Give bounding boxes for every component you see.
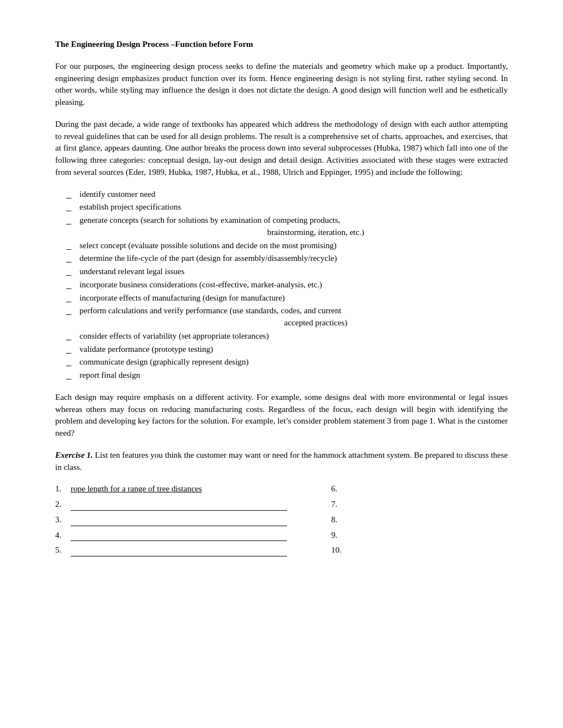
rope-length-text: rope length for a range of tree distance… [71, 483, 202, 495]
table-row: 4.9. [55, 529, 508, 542]
table-row: 1.rope length for a range of tree distan… [55, 483, 508, 495]
bullet-icon: _ [66, 356, 77, 368]
list-item-text: incorporate business considerations (cos… [79, 279, 508, 291]
list-item: _generate concepts (search for solutions… [55, 215, 508, 239]
bullet-icon: _ [66, 370, 77, 382]
list-item: 4. [55, 529, 287, 542]
right-item-number: 8. [331, 514, 347, 526]
item-number: 2. [55, 499, 71, 511]
bullet-icon: _ [66, 253, 77, 265]
list-item: 5. [55, 544, 287, 556]
numbered-list: 1.rope length for a range of tree distan… [55, 483, 508, 556]
exercise-paragraph: Exercise 1. List ten features you think … [55, 449, 508, 474]
list-item-text: consider effects of variability (set app… [79, 330, 508, 342]
bullet-icon: _ [66, 305, 77, 317]
list-item: _determine the life-cycle of the part (d… [55, 253, 508, 265]
list-item-text: identify customer need [79, 189, 508, 201]
table-row: 3.8. [55, 514, 508, 526]
list-item-text: establish project specifications [79, 201, 508, 213]
item-number: 4. [55, 529, 71, 542]
list-item-right: 6. [287, 483, 347, 495]
list-item-text: incorporate effects of manufacturing (de… [79, 292, 508, 304]
fill-line [71, 516, 287, 526]
bullet-list: _identify customer need_establish projec… [55, 189, 508, 382]
fill-line [71, 547, 287, 556]
exercise-text: List ten features you think the customer… [55, 451, 508, 472]
list-item-text: select concept (evaluate possible soluti… [79, 240, 508, 252]
list-item: _incorporate business considerations (co… [55, 279, 508, 291]
item-number: 5. [55, 544, 71, 556]
list-item: _communicate design (graphically represe… [55, 356, 508, 368]
list-item-text: understand relevant legal issues [79, 266, 508, 278]
right-item-number: 7. [331, 499, 347, 511]
bullet-icon: _ [66, 266, 77, 278]
list-item-text: communicate design (graphically represen… [79, 356, 508, 368]
table-row: 5.10. [55, 544, 508, 556]
bullet-icon: _ [66, 215, 77, 227]
list-item: _perform calculations and verify perform… [55, 305, 508, 329]
list-item: 2. [55, 499, 287, 511]
fill-line [71, 531, 287, 541]
list-item-right: 10. [287, 544, 347, 556]
bullet-icon: _ [66, 344, 77, 356]
list-item-text: perform calculations and verify performa… [79, 305, 508, 329]
right-item-number: 6. [331, 483, 347, 495]
list-item: _establish project specifications [55, 201, 508, 213]
list-item: _validate performance (prototype testing… [55, 344, 508, 356]
list-item-right: 7. [287, 499, 347, 511]
bullet-icon: _ [66, 279, 77, 291]
list-item: 1.rope length for a range of tree distan… [55, 483, 287, 495]
table-row: 2.7. [55, 499, 508, 511]
paragraph-3: Each design may require emphasis on a di… [55, 392, 508, 440]
bullet-icon: _ [66, 240, 77, 252]
list-item: 3. [55, 514, 287, 526]
bullet-icon: _ [66, 201, 77, 213]
list-item-text: determine the life-cycle of the part (de… [79, 253, 508, 265]
list-item-text: generate concepts (search for solutions … [79, 215, 508, 239]
list-item: _select concept (evaluate possible solut… [55, 240, 508, 252]
list-item: _understand relevant legal issues [55, 266, 508, 278]
right-item-number: 9. [331, 529, 347, 542]
list-item: _incorporate effects of manufacturing (d… [55, 292, 508, 304]
list-item: _consider effects of variability (set ap… [55, 330, 508, 342]
exercise-label: Exercise 1. [55, 451, 93, 459]
paragraph-1: For our purposes, the engineering design… [55, 61, 508, 109]
list-item: _report final design [55, 370, 508, 382]
paragraph-2: During the past decade, a wide range of … [55, 119, 508, 179]
item-number: 1. [55, 483, 71, 495]
list-item-text: validate performance (prototype testing) [79, 344, 508, 356]
list-item-right: 8. [287, 514, 347, 526]
bullet-icon: _ [66, 330, 77, 342]
bullet-icon: _ [66, 189, 77, 201]
item-number: 3. [55, 514, 71, 526]
page-title: The Engineering Design Process –Function… [55, 39, 508, 51]
right-item-number: 10. [331, 544, 347, 556]
bullet-icon: _ [66, 292, 77, 304]
list-item-text: report final design [79, 370, 508, 382]
list-item: _identify customer need [55, 189, 508, 201]
fill-line [71, 501, 287, 511]
list-item-right: 9. [287, 529, 347, 542]
